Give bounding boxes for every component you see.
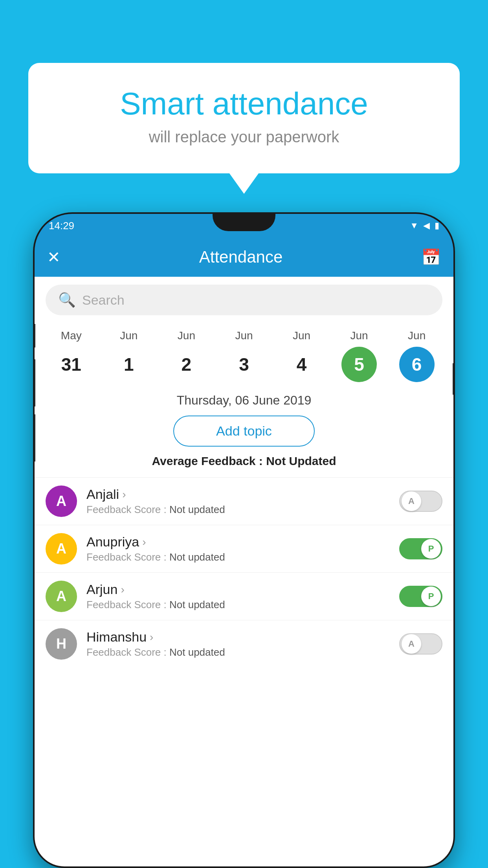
add-topic-button[interactable]: Add topic [173,416,315,447]
student-info: Anupriya ›Feedback Score : Not updated [86,534,390,563]
feedback-score: Feedback Score : Not updated [86,599,390,611]
cal-month-label: Jun [350,329,368,342]
attendance-toggle[interactable]: P [399,538,442,559]
screen-content: 🔍 Search May31Jun1Jun2Jun3Jun4Jun5Jun6 T… [35,277,453,866]
selected-date: Thursday, 06 June 2019 [35,393,453,408]
cal-month-label: Jun [235,329,253,342]
student-name[interactable]: Arjun › [86,582,390,597]
calendar-day[interactable]: Jun4 [282,329,321,382]
app-title: Attendance [199,248,283,267]
avatar: A [46,533,77,565]
cal-date-number: 1 [111,347,147,382]
chevron-right-icon: › [122,488,126,501]
feedback-value: Not updated [169,646,225,658]
cal-month-label: Jun [178,329,195,342]
avg-feedback-value: Not Updated [266,454,336,467]
cal-date-number: 31 [53,347,89,382]
attendance-toggle[interactable]: P [399,586,442,607]
student-item: AAnjali ›Feedback Score : Not updatedA [35,477,453,525]
chevron-right-icon: › [142,536,146,548]
cal-date-number: 3 [226,347,262,382]
cal-month-label: Jun [293,329,310,342]
attendance-toggle[interactable]: A [399,491,442,512]
calendar-day[interactable]: Jun1 [109,329,149,382]
student-name[interactable]: Anjali › [86,487,390,502]
student-item: AArjun ›Feedback Score : Not updatedP [35,572,453,620]
status-icons: ▼ ◀ ▮ [410,221,439,231]
avg-feedback-label: Average Feedback : [152,454,266,467]
cal-month-label: Jun [120,329,138,342]
search-icon: 🔍 [58,292,76,308]
phone-frame: 14:29 ▼ ◀ ▮ ✕ Attendance 📅 🔍 Search May3… [33,212,455,868]
signal-icon: ◀ [423,221,430,231]
avatar: A [46,581,77,612]
student-info: Anjali ›Feedback Score : Not updated [86,487,390,516]
feedback-value: Not updated [169,551,225,563]
student-list: AAnjali ›Feedback Score : Not updatedAAA… [35,477,453,668]
student-info: Himanshu ›Feedback Score : Not updated [86,629,390,658]
calendar-day[interactable]: Jun6 [397,329,437,382]
feedback-score: Feedback Score : Not updated [86,504,390,516]
wifi-icon: ▼ [410,221,418,231]
student-item: HHimanshu ›Feedback Score : Not updatedA [35,620,453,668]
chevron-right-icon: › [121,583,124,596]
student-item: AAnupriya ›Feedback Score : Not updatedP [35,525,453,572]
toggle-knob: P [421,587,441,606]
cal-date-number: 5 [341,347,377,382]
calendar-day[interactable]: Jun3 [224,329,264,382]
attendance-toggle[interactable]: A [399,633,442,655]
feedback-value: Not updated [169,504,225,515]
avatar: H [46,628,77,660]
phone-inner: 14:29 ▼ ◀ ▮ ✕ Attendance 📅 🔍 Search May3… [35,214,453,866]
cal-month-label: Jun [408,329,426,342]
student-name[interactable]: Anupriya › [86,534,390,550]
volume-up-button [35,359,35,406]
search-bar[interactable]: 🔍 Search [46,285,442,315]
feedback-score: Feedback Score : Not updated [86,551,390,563]
search-placeholder: Search [82,292,125,308]
status-time: 14:29 [49,220,74,232]
cal-date-number: 2 [169,347,204,382]
bubble-title: Smart attendance [60,86,428,121]
cal-date-number: 4 [284,347,319,382]
volume-down-button [35,414,35,462]
avatar: A [46,485,77,517]
student-name[interactable]: Himanshu › [86,629,390,645]
speech-bubble: Smart attendance will replace your paper… [28,63,460,173]
bubble-subtitle: will replace your paperwork [60,128,428,146]
power-button [453,363,453,395]
toggle-knob: P [421,539,441,559]
feedback-score: Feedback Score : Not updated [86,646,390,658]
speech-bubble-container: Smart attendance will replace your paper… [28,63,460,173]
calendar-strip: May31Jun1Jun2Jun3Jun4Jun5Jun6 [35,323,453,382]
toggle-knob: A [402,491,421,511]
avg-feedback: Average Feedback : Not Updated [35,454,453,468]
cal-month-label: May [61,329,82,342]
status-bar: 14:29 ▼ ◀ ▮ [35,214,453,237]
calendar-day[interactable]: Jun2 [167,329,206,382]
calendar-day[interactable]: Jun5 [339,329,379,382]
student-info: Arjun ›Feedback Score : Not updated [86,582,390,611]
close-icon[interactable]: ✕ [47,248,61,266]
feedback-value: Not updated [169,599,225,611]
toggle-knob: A [402,634,421,654]
side-button-1 [35,324,35,348]
battery-icon: ▮ [435,221,439,231]
calendar-icon[interactable]: 📅 [421,248,441,267]
cal-date-number: 6 [399,347,435,382]
app-bar: ✕ Attendance 📅 [35,237,453,277]
calendar-day[interactable]: May31 [51,329,91,382]
chevron-right-icon: › [150,631,153,644]
